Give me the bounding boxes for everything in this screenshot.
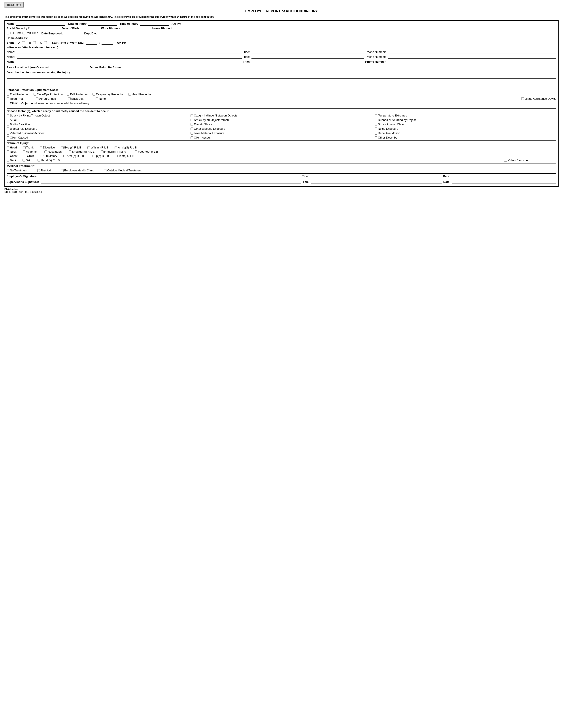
- object-field[interactable]: [91, 102, 556, 105]
- reset-button[interactable]: Reset Form: [4, 2, 24, 8]
- witness-1-title-field[interactable]: [251, 50, 364, 54]
- ppe-fall-checkbox[interactable]: [67, 93, 69, 96]
- cause-9-checkbox[interactable]: [375, 123, 377, 126]
- nature-digestive-checkbox[interactable]: [40, 146, 42, 149]
- nature-trunk-checkbox[interactable]: [23, 146, 26, 149]
- nature-hand-checkbox[interactable]: [38, 159, 40, 161]
- nature-circulatory-checkbox[interactable]: [40, 155, 43, 157]
- ppe-fall: Fall Protection.: [67, 93, 89, 96]
- name-field[interactable]: [16, 22, 65, 26]
- nature-hip-checkbox[interactable]: [90, 155, 93, 157]
- nature-toe-checkbox[interactable]: [115, 155, 118, 157]
- cause-10-checkbox[interactable]: [7, 128, 9, 130]
- cause-1-checkbox[interactable]: [7, 114, 9, 117]
- witness-1-name-field[interactable]: [17, 50, 242, 54]
- nature-neck-checkbox[interactable]: [7, 150, 9, 153]
- date-injury-field[interactable]: [88, 22, 117, 26]
- nature-finger-checkbox[interactable]: [101, 150, 103, 153]
- nature-other-checkbox[interactable]: [504, 159, 507, 162]
- ppe-none-checkbox[interactable]: [96, 97, 98, 100]
- nature-groin-checkbox[interactable]: [24, 155, 26, 157]
- ppe-backbelt-checkbox[interactable]: [68, 97, 71, 100]
- nature-trunk: Trunk: [23, 146, 34, 149]
- nature-other-field[interactable]: [530, 158, 556, 162]
- nature-foot: Foot/Feet R L B: [135, 150, 158, 153]
- dept-div-field[interactable]: [98, 32, 146, 35]
- medical-first-aid-checkbox[interactable]: [37, 169, 40, 172]
- nature-respiratory-checkbox[interactable]: [44, 150, 47, 153]
- ppe-hand-checkbox[interactable]: [128, 93, 131, 96]
- witness-3-phone-field[interactable]: [388, 60, 556, 63]
- time-injury-field[interactable]: [140, 22, 169, 26]
- date-employed-field[interactable]: [64, 32, 82, 35]
- shift-c-checkbox[interactable]: [44, 41, 47, 44]
- witness-2-name-field[interactable]: [17, 55, 242, 59]
- nature-foot-checkbox[interactable]: [135, 150, 137, 153]
- medical-no-treatment-checkbox[interactable]: [7, 169, 9, 172]
- witness-3-title-field[interactable]: [251, 60, 364, 63]
- start-time-min-field[interactable]: [102, 41, 113, 45]
- ssn-field[interactable]: [30, 27, 59, 30]
- medical-emp-health-checkbox[interactable]: [61, 169, 64, 172]
- shift-a-checkbox[interactable]: [22, 41, 25, 44]
- medical-outside-checkbox[interactable]: [104, 169, 106, 172]
- nature-wrist-checkbox[interactable]: [87, 146, 90, 149]
- cause-6-checkbox[interactable]: [375, 119, 377, 121]
- cause-15-checkbox[interactable]: [375, 132, 377, 135]
- ppe-foot-checkbox[interactable]: [7, 93, 9, 96]
- nature-skin-label: Skin: [26, 159, 31, 162]
- ppe-head-checkbox[interactable]: [7, 97, 9, 100]
- cause-16-checkbox[interactable]: [7, 136, 9, 139]
- ppe-face-checkbox[interactable]: [34, 93, 36, 96]
- home-phone-field[interactable]: [173, 27, 202, 30]
- supervisor-sig-field[interactable]: [41, 180, 301, 184]
- witness-1-phone-field[interactable]: [388, 50, 556, 54]
- cause-8-checkbox[interactable]: [190, 123, 193, 126]
- witness-3-name-field[interactable]: [17, 60, 241, 63]
- cause-11-checkbox[interactable]: [190, 128, 193, 130]
- duties-field[interactable]: [124, 66, 556, 69]
- employee-title-field[interactable]: [311, 174, 441, 178]
- work-phone-field[interactable]: [121, 27, 150, 30]
- supervisor-date-field[interactable]: [452, 180, 556, 184]
- witness-3-phone-label: Phone Number:: [365, 60, 387, 63]
- nature-eye-checkbox[interactable]: [61, 146, 64, 149]
- ppe-lifting-checkbox[interactable]: [521, 97, 524, 100]
- part-time-checkbox[interactable]: [23, 32, 25, 34]
- start-time-hour-field[interactable]: [86, 41, 97, 45]
- witness-2-phone-field[interactable]: [388, 55, 556, 59]
- cause-18-checkbox[interactable]: [375, 136, 377, 139]
- cause-5-checkbox[interactable]: [190, 119, 193, 121]
- shift-b-checkbox[interactable]: [33, 41, 36, 44]
- ppe-apron-checkbox[interactable]: [36, 97, 38, 100]
- home-address-label: Home Address:: [7, 36, 28, 40]
- cause-2-checkbox[interactable]: [190, 114, 193, 117]
- cause-13-checkbox[interactable]: [7, 132, 9, 135]
- cause-4-checkbox[interactable]: [7, 119, 9, 121]
- employee-date-field[interactable]: [452, 174, 556, 178]
- nature-back-checkbox[interactable]: [7, 159, 9, 161]
- nature-skin-checkbox[interactable]: [23, 159, 25, 161]
- nature-arm-checkbox[interactable]: [63, 155, 66, 157]
- ppe-resp-checkbox[interactable]: [92, 93, 95, 96]
- nature-chest-checkbox[interactable]: [7, 155, 9, 157]
- nature-ankle: Ankle(S) R L B: [115, 146, 137, 149]
- home-address-field[interactable]: [29, 36, 556, 40]
- cause-17-checkbox[interactable]: [190, 136, 193, 139]
- full-time-checkbox-item: Full Time: [7, 31, 22, 35]
- employee-sig-field[interactable]: [39, 174, 301, 178]
- supervisor-title-field[interactable]: [311, 180, 442, 184]
- nature-shoulder-checkbox[interactable]: [69, 150, 71, 153]
- nature-ankle-checkbox[interactable]: [115, 146, 117, 149]
- nature-head-checkbox[interactable]: [7, 146, 9, 149]
- cause-3-checkbox[interactable]: [375, 114, 377, 117]
- full-time-checkbox[interactable]: [7, 32, 9, 34]
- cause-12-checkbox[interactable]: [375, 128, 377, 130]
- ppe-other-checkbox[interactable]: [7, 102, 9, 104]
- exact-location-field[interactable]: [51, 66, 86, 69]
- dob-field[interactable]: [81, 27, 98, 30]
- witness-2-title-field[interactable]: [251, 55, 364, 59]
- cause-14-checkbox[interactable]: [190, 132, 193, 135]
- nature-abdomen-checkbox[interactable]: [23, 150, 25, 153]
- cause-7-checkbox[interactable]: [7, 123, 9, 126]
